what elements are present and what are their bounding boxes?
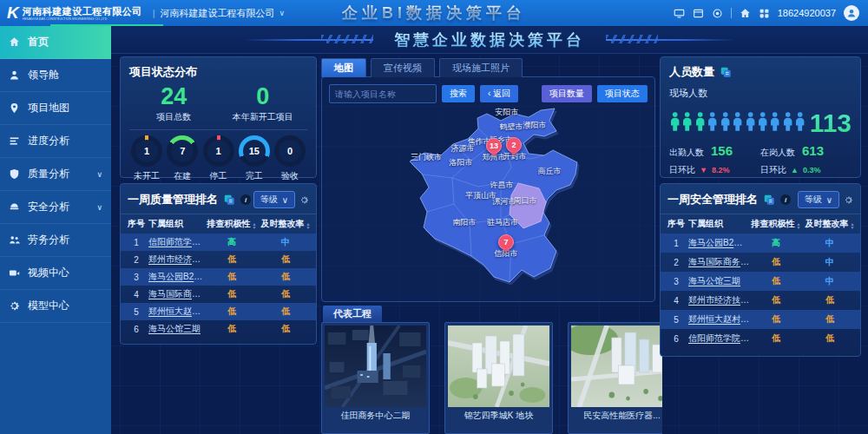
org-cell[interactable]: 信阳师范学院淮河校区二... [688, 332, 749, 345]
table-row[interactable]: 1信阳师范学院淮河校区二...高中 [121, 233, 316, 251]
city-label-济源市[interactable]: 济源市 [451, 143, 475, 155]
table-row[interactable]: 5郑州恒大赵村安置区A-0...低低 [661, 310, 860, 329]
city-label-洛阳市[interactable]: 洛阳市 [450, 157, 473, 168]
chevron-down-icon: ∨ [279, 9, 286, 17]
org-cell[interactable]: 郑州市经济技术开发区青... [688, 294, 749, 306]
org-cell[interactable]: 郑州恒大赵村安置区A-0... [688, 313, 749, 326]
org-cell[interactable]: 海马公馆三期 [688, 275, 749, 287]
total-projects-label: 项目总数 [129, 111, 219, 123]
sidebar-item-首页[interactable]: 首页 [0, 26, 111, 59]
company-name: 河南科建建设工程有限公司 [23, 6, 142, 16]
org-cell[interactable]: 郑州市经济技术开发区青... [148, 253, 205, 266]
city-label-南阳市[interactable]: 南阳市 [453, 217, 477, 228]
city-label-商丘市[interactable]: 商丘市 [538, 166, 562, 177]
status-value: 7 [167, 135, 198, 167]
city-label-三门峡市[interactable]: 三门峡市 [411, 152, 442, 163]
sort-icon[interactable]: ▲▼ [253, 222, 257, 229]
table-row[interactable]: 6信阳师范学院淮河校区二...低低 [661, 329, 860, 348]
tab-地图[interactable]: 地图 [321, 58, 366, 77]
table-row[interactable]: 1海马公园B2地块二期高中 [661, 233, 860, 253]
sidebar-item-视频中心[interactable]: 视频中心 [0, 257, 111, 290]
table-header-row: 序号下属组织排查积极性▲▼及时整改率▲▼ [661, 214, 860, 233]
org-cell[interactable]: 海马国际商务中心A1地... [688, 256, 749, 268]
inspect-level: 高 [205, 236, 259, 248]
project-card[interactable]: 锦艺四季城K 地块 [444, 322, 553, 434]
person-icon [782, 107, 793, 136]
rectify-level: 低 [259, 306, 312, 318]
sidebar-item-项目地图[interactable]: 项目地图 [0, 92, 111, 125]
sidebar-item-label: 模型中心 [28, 299, 69, 313]
table-row[interactable]: 3海马公馆三期低中 [661, 272, 860, 291]
monitor-icon[interactable] [674, 8, 685, 19]
person-icon [720, 107, 731, 136]
city-label-安阳市[interactable]: 安阳市 [496, 107, 519, 118]
org-cell[interactable]: 信阳师范学院淮河校区二... [148, 236, 205, 248]
video-icon [9, 267, 20, 279]
table-header-row: 序号下属组织排查积极性▲▼及时整改率▲▼ [121, 214, 316, 233]
map-marker[interactable]: 7 [498, 234, 514, 250]
table-row[interactable]: 4海马国际商务中心A1地...低低 [121, 286, 316, 303]
inspect-level: 低 [749, 313, 803, 326]
info-icon[interactable]: i [240, 194, 251, 205]
org-cell[interactable]: 海马公园B2地块二期 [688, 237, 749, 249]
sort-icon[interactable]: ▲▼ [306, 222, 311, 229]
city-label-周口市[interactable]: 周口市 [514, 195, 537, 207]
status-value: 15 [239, 135, 270, 167]
map-marker[interactable]: 13 [486, 138, 502, 154]
sidebar-item-安全分析[interactable]: 安全分析∨ [0, 191, 111, 224]
user-avatar[interactable] [844, 5, 859, 21]
home-icon[interactable] [740, 8, 751, 19]
rank-cell: 2 [664, 258, 688, 267]
tab-现场施工照片[interactable]: 现场施工照片 [439, 58, 523, 77]
table-row[interactable]: 3海马公园B2地块二期低低 [121, 268, 316, 286]
dod-label: 日环比 [669, 164, 695, 176]
org-cell[interactable]: 海马公馆三期 [148, 323, 205, 335]
sidebar-item-进度分析[interactable]: 进度分析 [0, 125, 111, 158]
map-marker[interactable]: 2 [506, 137, 522, 153]
table-row[interactable]: 6海马公馆三期低低 [121, 320, 316, 338]
henan-province-map[interactable]: 安阳市鹤壁市濮阳市新乡市焦作市济源市三门峡市洛阳市郑州市开封市商丘市许昌市平顶山… [322, 105, 656, 301]
sort-icon[interactable]: ▲▼ [797, 222, 801, 229]
tab-宣传视频[interactable]: 宣传视频 [371, 58, 435, 77]
gear-icon[interactable] [299, 195, 309, 205]
back-button[interactable]: ‹ 返回 [480, 85, 518, 102]
level-filter-dropdown[interactable]: 等级∨ [798, 191, 839, 208]
org-selector[interactable]: | 河南科建建设工程有限公司 ∨ [153, 7, 285, 20]
city-label-漯河市[interactable]: 漯河市 [493, 196, 516, 207]
org-selector-label: 河南科建建设工程有限公司 [161, 7, 275, 20]
project-search-input[interactable] [329, 84, 437, 103]
table-row[interactable]: 2海马国际商务中心A1地...低中 [661, 253, 860, 272]
target-icon[interactable] [712, 8, 723, 19]
table-row[interactable]: 2郑州市经济技术开发区青...低低 [121, 251, 316, 268]
table-row[interactable]: 5郑州恒大赵村安置区A-0...低低 [121, 303, 316, 320]
sidebar-item-劳务分析[interactable]: 劳务分析 [0, 224, 111, 257]
gear-icon[interactable] [844, 195, 853, 205]
level-filter-dropdown[interactable]: 等级∨ [253, 191, 295, 208]
table-row[interactable]: 4郑州市经济技术开发区青...低低 [661, 291, 860, 310]
info-icon[interactable]: i [780, 194, 791, 205]
org-cell[interactable]: 海马公园B2地块二期 [148, 271, 205, 283]
rank-cell: 1 [664, 239, 688, 248]
project-status-button[interactable]: 项目状态 [597, 85, 648, 102]
divider [731, 8, 732, 18]
projects-tab[interactable]: 代表工程 [323, 306, 382, 322]
project-card[interactable]: 民安高性能医疗器... [568, 322, 662, 434]
city-label-驻马店市[interactable]: 驻马店市 [487, 217, 518, 228]
rank-cell: 3 [664, 277, 688, 286]
project-caption: 锦艺四季城K 地块 [448, 407, 549, 424]
city-label-鹤壁市[interactable]: 鹤壁市 [500, 122, 523, 133]
org-cell[interactable]: 郑州恒大赵村安置区A-0... [148, 306, 205, 318]
inspect-level: 低 [749, 275, 803, 287]
sidebar-item-领导舱[interactable]: 领导舱 [0, 59, 111, 92]
org-cell[interactable]: 海马国际商务中心A1地... [148, 288, 205, 300]
sidebar-item-质量分析[interactable]: 质量分析∨ [0, 158, 111, 191]
sidebar-item-模型中心[interactable]: 模型中心 [0, 290, 111, 323]
sort-icon[interactable]: ▲▼ [851, 222, 855, 229]
sidebar-item-label: 视频中心 [28, 266, 69, 280]
project-card[interactable]: 佳田商务中心二期 [321, 322, 430, 434]
project-count-button[interactable]: 项目数量 [542, 85, 592, 102]
window-icon[interactable] [693, 8, 704, 19]
apps-grid-icon[interactable] [759, 8, 770, 19]
search-button[interactable]: 搜索 [442, 85, 475, 102]
city-label-濮阳市[interactable]: 濮阳市 [523, 120, 547, 131]
